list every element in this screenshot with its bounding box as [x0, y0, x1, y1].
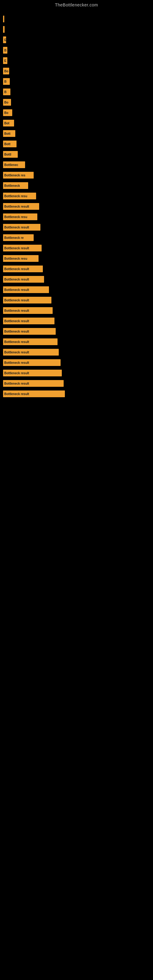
- bar-label: Bottleneck resu: [4, 257, 27, 260]
- bar-row: Bott: [3, 129, 153, 138]
- bar-row: Bottlenec: [3, 161, 153, 169]
- bar-label: B: [4, 49, 6, 52]
- bar: Bottleneck result: [3, 245, 41, 251]
- bar: Bottleneck result: [3, 370, 62, 376]
- bar-row: Bottleneck re: [3, 233, 153, 242]
- bar: Bottleneck result: [3, 328, 56, 335]
- bar-row: B: [3, 46, 153, 54]
- bar-row: Bottleneck result: [3, 285, 153, 294]
- bar-row: Bott: [3, 140, 153, 148]
- bar-label: Bottleneck result: [4, 267, 29, 271]
- bar-row: Bottleneck result: [3, 202, 153, 211]
- bar-row: Bottleneck result: [3, 379, 153, 388]
- bar: Bott: [3, 140, 16, 147]
- bar: Bott: [3, 130, 15, 137]
- bar: Bottleneck resu: [3, 192, 36, 199]
- bar: Bottleneck result: [3, 307, 53, 314]
- bar-row: Bot: [3, 119, 153, 127]
- bar-row: Bo: [3, 67, 153, 75]
- bar-row: Bottleneck: [3, 181, 153, 190]
- bar-row: Bottleneck resu: [3, 192, 153, 200]
- bar-row: Bottleneck result: [3, 337, 153, 346]
- bar-label: Bottleneck result: [4, 392, 29, 396]
- bar: B: [3, 47, 7, 54]
- bar-label: Bottleneck result: [4, 299, 29, 302]
- bar-label: Bottleneck result: [4, 361, 29, 364]
- bar-label: Bottl: [4, 153, 11, 156]
- bar-label: Bo: [4, 70, 8, 73]
- bar-row: Bottleneck resu: [3, 254, 153, 263]
- bar-row: B: [3, 88, 153, 96]
- bar-label: Bottleneck result: [4, 351, 29, 354]
- bar-label: Bottleneck result: [4, 226, 29, 229]
- bar: Bottleneck result: [3, 203, 39, 210]
- bar-label: B: [4, 90, 6, 94]
- bar: [3, 26, 5, 33]
- bar: Bo: [3, 68, 9, 75]
- bar-row: B: [3, 77, 153, 86]
- bar-row: Bottleneck result: [3, 223, 153, 232]
- bar: Bottleneck result: [3, 318, 54, 324]
- site-title: TheBottlenecker.com: [0, 0, 153, 9]
- bar-label: B: [4, 80, 6, 83]
- bar: Bottleneck result: [3, 359, 61, 366]
- bar-label: Bottleneck resu: [4, 215, 27, 219]
- bar-label: Bot: [4, 122, 10, 125]
- bars-container: EBEBoBBBoBoBotBottBottBottlBottlenecBott…: [0, 9, 153, 400]
- bar: Bottleneck result: [3, 380, 64, 387]
- bar-label: Bottleneck: [4, 184, 20, 188]
- bar-row: Bottleneck result: [3, 369, 153, 377]
- bar-row: Bottleneck result: [3, 296, 153, 304]
- bar-row: Bo: [3, 98, 153, 107]
- bar-row: [3, 15, 153, 23]
- bar: Bottleneck result: [3, 276, 44, 283]
- bar: Bo: [3, 99, 11, 106]
- bar-label: Bottleneck result: [4, 371, 29, 375]
- bar-row: [3, 25, 153, 34]
- bar-label: Bottleneck re: [4, 236, 24, 240]
- bar: Bottleneck result: [3, 390, 65, 397]
- bar-row: Bottleneck result: [3, 348, 153, 356]
- bar-label: Bott: [4, 142, 10, 146]
- bar-label: Bottleneck result: [4, 330, 29, 333]
- bar-row: Bottleneck result: [3, 390, 153, 398]
- bar: Bottleneck resu: [3, 213, 37, 220]
- bar: Bottl: [3, 151, 18, 158]
- bar: Bottleneck resu: [3, 255, 38, 262]
- bar-row: Bottleneck result: [3, 265, 153, 273]
- bar-row: Bottleneck result: [3, 358, 153, 367]
- bar: E: [3, 37, 6, 43]
- bar-label: Bo: [4, 111, 8, 115]
- bar: Bo: [3, 109, 12, 116]
- bar-label: Bottleneck res: [4, 173, 26, 177]
- bar: Bottleneck result: [3, 286, 49, 293]
- bar-row: E: [3, 56, 153, 65]
- bar: Bot: [3, 120, 14, 126]
- bar-row: E: [3, 35, 153, 44]
- bar: Bottlenec: [3, 161, 25, 168]
- bar-label: Bottleneck result: [4, 288, 29, 291]
- bar: Bottleneck re: [3, 234, 33, 241]
- bar: Bottleneck result: [3, 349, 59, 356]
- bar: Bottleneck result: [3, 339, 57, 345]
- bar-label: Bottleneck result: [4, 340, 29, 344]
- bar-row: Bottleneck result: [3, 244, 153, 252]
- bar-row: Bottleneck result: [3, 327, 153, 336]
- bar-label: Bottleneck result: [4, 320, 29, 323]
- bar: [3, 16, 4, 22]
- bar: Bottleneck result: [3, 224, 40, 231]
- bar-label: E: [4, 38, 6, 41]
- bar-label: Bottlenec: [4, 163, 18, 167]
- bar-label: Bo: [4, 101, 8, 104]
- bar: Bottleneck: [3, 182, 28, 189]
- bar-label: Bottleneck result: [4, 309, 29, 312]
- bar-label: E: [4, 59, 6, 62]
- bar-label: Bottleneck result: [4, 278, 29, 281]
- bar: Bottleneck result: [3, 266, 43, 272]
- bar: Bottleneck res: [3, 172, 33, 178]
- bar-row: Bo: [3, 108, 153, 117]
- bar: B: [3, 89, 10, 95]
- bar-label: Bottleneck result: [4, 247, 29, 250]
- bar: Bottleneck result: [3, 297, 51, 304]
- bar-row: Bottl: [3, 150, 153, 159]
